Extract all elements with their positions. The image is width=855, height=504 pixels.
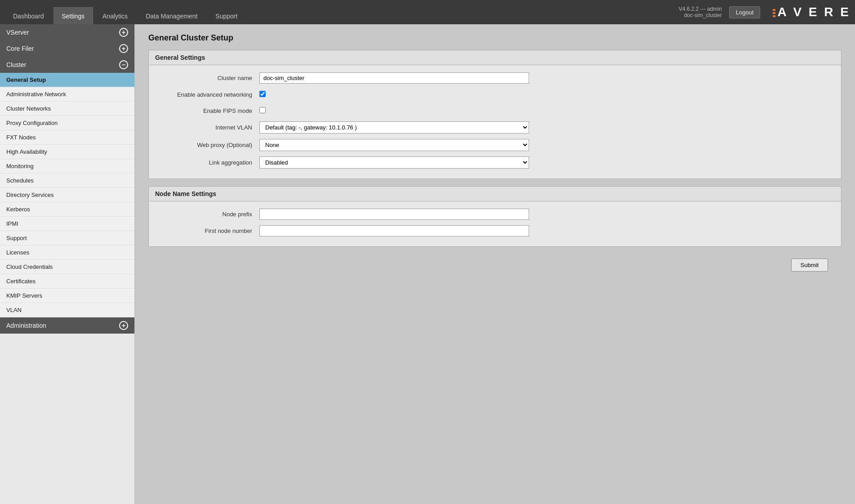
node-prefix-label: Node prefix [162, 211, 252, 218]
page-title: General Cluster Setup [148, 33, 842, 43]
advanced-networking-control [259, 91, 529, 98]
first-node-control [259, 225, 529, 236]
sidebar-item-directory-services[interactable]: Directory Services [0, 188, 134, 202]
internet-vlan-label: Internet VLAN [162, 124, 252, 131]
internet-vlan-select[interactable]: Default (tag: -, gateway: 10.1.0.76 ) [259, 121, 529, 134]
logout-button[interactable]: Logout [729, 6, 761, 18]
top-bar-right: V4.6.2.2 --- admin doc-sim_cluster Logou… [679, 5, 851, 19]
general-settings-title: General Settings [149, 50, 841, 65]
core-filer-expand-icon: + [119, 44, 128, 53]
sidebar-item-support[interactable]: Support [0, 231, 134, 245]
cluster-name-label: doc-sim_cluster [679, 12, 722, 18]
submit-row: Submit [148, 254, 842, 272]
sidebar-section-administration[interactable]: Administration + [0, 317, 134, 334]
avere-logo: A V E R E [773, 5, 851, 19]
fips-mode-control [259, 107, 529, 115]
internet-vlan-row: Internet VLAN Default (tag: -, gateway: … [149, 119, 841, 136]
advanced-networking-checkbox[interactable] [259, 91, 266, 97]
sidebar-item-licenses[interactable]: Licenses [0, 245, 134, 260]
vserver-expand-icon: + [119, 28, 128, 37]
sidebar-item-schedules[interactable]: Schedules [0, 174, 134, 188]
first-node-row: First node number [149, 223, 841, 239]
sidebar-item-ipmi[interactable]: IPMI [0, 217, 134, 231]
fips-mode-label: Enable FIPS mode [162, 107, 252, 114]
sidebar-item-fxt-nodes[interactable]: FXT Nodes [0, 130, 134, 145]
advanced-networking-row: Enable advanced networking [149, 86, 841, 103]
tab-settings[interactable]: Settings [53, 7, 94, 24]
web-proxy-row: Web proxy (Optional) None [149, 136, 841, 154]
link-aggregation-control: Disabled [259, 156, 529, 169]
first-node-input[interactable] [259, 225, 529, 236]
top-bar: Dashboard Settings Analytics Data Manage… [0, 0, 855, 24]
general-settings-section: General Settings Cluster name Enable adv… [148, 50, 842, 179]
sidebar-item-high-availability[interactable]: High Availability [0, 145, 134, 159]
sidebar-item-certificates[interactable]: Certificates [0, 274, 134, 289]
vserver-label: VServer [6, 29, 29, 36]
sidebar-item-vlan[interactable]: VLAN [0, 303, 134, 317]
sidebar-item-administrative-network[interactable]: Administrative Network [0, 87, 134, 102]
main-layout: VServer + Core Filer + Cluster − General… [0, 24, 855, 504]
cluster-expand-icon: − [119, 60, 128, 69]
sidebar-item-monitoring[interactable]: Monitoring [0, 159, 134, 174]
sidebar-item-general-setup[interactable]: General Setup [0, 73, 134, 87]
internet-vlan-control: Default (tag: -, gateway: 10.1.0.76 ) [259, 121, 529, 134]
cluster-name-input[interactable] [259, 72, 529, 84]
first-node-label: First node number [162, 227, 252, 234]
tab-data-management[interactable]: Data Management [137, 7, 206, 24]
tab-support[interactable]: Support [207, 7, 246, 24]
cluster-info: V4.6.2.2 --- admin doc-sim_cluster [679, 6, 722, 18]
cluster-label: Cluster [6, 61, 26, 68]
sidebar-item-kmip-servers[interactable]: KMIP Servers [0, 289, 134, 303]
web-proxy-control: None [259, 139, 529, 151]
sidebar-section-core-filer[interactable]: Core Filer + [0, 40, 134, 57]
link-aggregation-select[interactable]: Disabled [259, 156, 529, 169]
tab-analytics[interactable]: Analytics [94, 7, 136, 24]
fips-mode-row: Enable FIPS mode [149, 103, 841, 119]
sidebar-item-kerberos[interactable]: Kerberos [0, 202, 134, 217]
node-name-settings-title: Node Name Settings [149, 187, 841, 201]
advanced-networking-label: Enable advanced networking [162, 91, 252, 98]
sidebar: VServer + Core Filer + Cluster − General… [0, 24, 135, 504]
node-name-settings-section: Node Name Settings Node prefix First nod… [148, 186, 842, 247]
cluster-name-label: Cluster name [162, 75, 252, 81]
core-filer-label: Core Filer [6, 45, 34, 52]
nav-tabs: Dashboard Settings Analytics Data Manage… [4, 0, 247, 24]
cluster-name-row: Cluster name [149, 70, 841, 86]
administration-expand-icon: + [119, 321, 128, 330]
sidebar-item-cloud-credentials[interactable]: Cloud Credentials [0, 260, 134, 274]
web-proxy-label: Web proxy (Optional) [162, 142, 252, 148]
node-prefix-input[interactable] [259, 209, 529, 220]
administration-label: Administration [6, 322, 46, 329]
main-content: General Cluster Setup General Settings C… [135, 24, 855, 504]
submit-button[interactable]: Submit [791, 259, 828, 272]
fips-mode-checkbox[interactable] [259, 107, 266, 113]
sidebar-item-cluster-networks[interactable]: Cluster Networks [0, 102, 134, 116]
tab-dashboard[interactable]: Dashboard [4, 7, 53, 24]
cluster-name-control [259, 72, 529, 84]
sidebar-section-vserver[interactable]: VServer + [0, 24, 134, 40]
node-prefix-row: Node prefix [149, 206, 841, 223]
web-proxy-select[interactable]: None [259, 139, 529, 151]
version-label: V4.6.2.2 --- admin [679, 6, 722, 12]
link-aggregation-label: Link aggregation [162, 159, 252, 166]
sidebar-item-proxy-configuration[interactable]: Proxy Configuration [0, 116, 134, 130]
sidebar-section-cluster[interactable]: Cluster − [0, 57, 134, 73]
link-aggregation-row: Link aggregation Disabled [149, 154, 841, 171]
node-prefix-control [259, 209, 529, 220]
avere-bar-icon [773, 9, 775, 17]
